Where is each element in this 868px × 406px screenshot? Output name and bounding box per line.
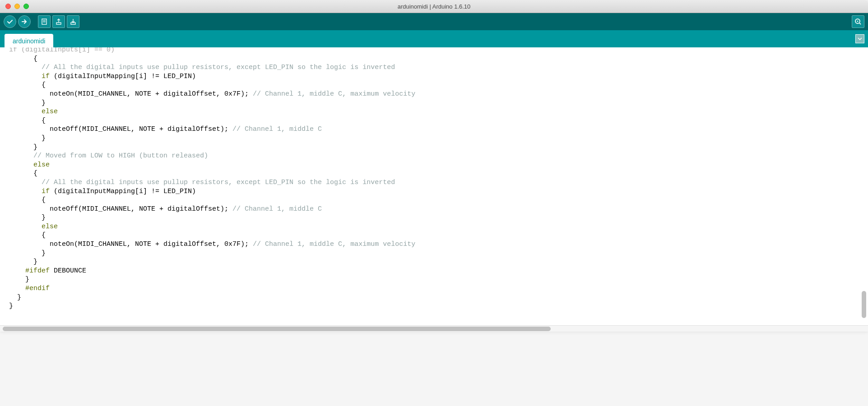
code-line xyxy=(9,285,25,292)
code-keyword: if xyxy=(42,73,50,80)
code-keyword: if xyxy=(42,188,50,195)
code-preprocessor: #ifdef xyxy=(25,267,50,275)
check-icon xyxy=(6,18,14,25)
code-line xyxy=(9,179,42,186)
code-line: { xyxy=(9,117,46,125)
svg-rect-0 xyxy=(42,19,46,24)
code-comment: // All the digital inputs use pullup res… xyxy=(42,179,395,186)
arrow-down-icon xyxy=(70,18,77,25)
code-line: noteOn(MIDI_CHANNEL, NOTE + digitalOffse… xyxy=(9,90,253,98)
horizontal-scrollbar[interactable] xyxy=(0,325,868,332)
code-line: (digitalInputMapping[i] != LED_PIN) xyxy=(50,188,196,195)
arrow-up-icon xyxy=(55,18,62,25)
arduino-ide-window: arduinomidi | Arduino 1.6.10 arduinomidi… xyxy=(0,0,868,332)
code-line xyxy=(9,161,33,169)
code-preprocessor: #endif xyxy=(25,285,50,292)
code-comment: // All the digital inputs use pullup res… xyxy=(42,64,395,71)
window-title: arduinomidi | Arduino 1.6.10 xyxy=(398,3,471,10)
new-button[interactable] xyxy=(38,15,51,28)
code-line xyxy=(9,73,42,80)
code-line: { xyxy=(9,170,37,177)
code-line: } xyxy=(9,249,46,257)
code-line xyxy=(9,152,33,160)
horizontal-scroll-thumb[interactable] xyxy=(3,327,551,331)
verify-button[interactable] xyxy=(4,15,16,28)
code-editor[interactable]: if (digitalInputs[i] == 0) { // All the … xyxy=(0,47,868,325)
arrow-right-icon xyxy=(21,18,28,25)
upload-button[interactable] xyxy=(18,15,31,28)
tab-sketch[interactable]: arduinomidi xyxy=(5,34,53,47)
file-icon xyxy=(41,18,48,25)
code-line: } xyxy=(9,143,37,151)
code-line: } xyxy=(9,99,46,107)
code-line xyxy=(9,108,42,115)
code-line: noteOn(MIDI_CHANNEL, NOTE + digitalOffse… xyxy=(9,240,253,248)
code-content[interactable]: if (digitalInputs[i] == 0) { // All the … xyxy=(0,47,868,311)
code-line xyxy=(9,267,25,275)
close-icon[interactable] xyxy=(5,4,11,9)
code-line: noteOff(MIDI_CHANNEL, NOTE + digitalOffs… xyxy=(9,205,232,213)
code-line: { xyxy=(9,231,46,239)
code-line: { xyxy=(9,81,46,89)
code-line xyxy=(9,64,42,71)
serial-monitor-button[interactable] xyxy=(852,15,864,28)
svg-line-7 xyxy=(859,23,861,24)
maximize-icon[interactable] xyxy=(23,4,29,9)
code-line xyxy=(9,223,42,231)
code-keyword: else xyxy=(42,108,58,115)
code-line: (digitalInputMapping[i] != LED_PIN) xyxy=(50,73,196,80)
code-line: } xyxy=(9,302,13,310)
tab-menu-button[interactable] xyxy=(855,34,864,43)
magnifier-icon xyxy=(854,18,862,26)
code-line: noteOff(MIDI_CHANNEL, NOTE + digitalOffs… xyxy=(9,125,232,133)
code-line xyxy=(9,188,42,195)
svg-rect-4 xyxy=(56,23,61,24)
code-comment: // Moved from LOW to HIGH (button releas… xyxy=(33,152,208,160)
tab-bar: arduinomidi xyxy=(0,30,868,47)
code-line: } xyxy=(9,294,21,301)
code-comment: // Channel 1, middle C xyxy=(232,205,322,213)
code-line-partial: if (digitalInputs[i] == 0) xyxy=(9,47,115,54)
code-line: } xyxy=(9,214,46,221)
code-line: } xyxy=(9,258,37,266)
code-comment: // Channel 1, middle C, maximum velocity xyxy=(253,90,415,98)
code-keyword: else xyxy=(42,223,58,231)
save-button[interactable] xyxy=(67,15,79,28)
code-line: } xyxy=(9,276,29,283)
open-button[interactable] xyxy=(52,15,65,28)
code-keyword: else xyxy=(33,161,50,169)
toolbar xyxy=(0,13,868,30)
svg-point-8 xyxy=(857,21,859,22)
code-line: DEBOUNCE xyxy=(50,267,86,275)
code-comment: // Channel 1, middle C, maximum velocity xyxy=(253,240,415,248)
code-line: { xyxy=(9,55,37,63)
minimize-icon[interactable] xyxy=(14,4,20,9)
vertical-scroll-thumb[interactable] xyxy=(862,291,866,318)
window-controls xyxy=(0,4,29,9)
vertical-scrollbar[interactable] xyxy=(861,111,867,325)
title-bar: arduinomidi | Arduino 1.6.10 xyxy=(0,0,868,13)
code-line: { xyxy=(9,196,46,204)
chevron-down-icon xyxy=(858,37,862,40)
code-comment: // Channel 1, middle C xyxy=(232,125,322,133)
code-line: } xyxy=(9,134,46,142)
